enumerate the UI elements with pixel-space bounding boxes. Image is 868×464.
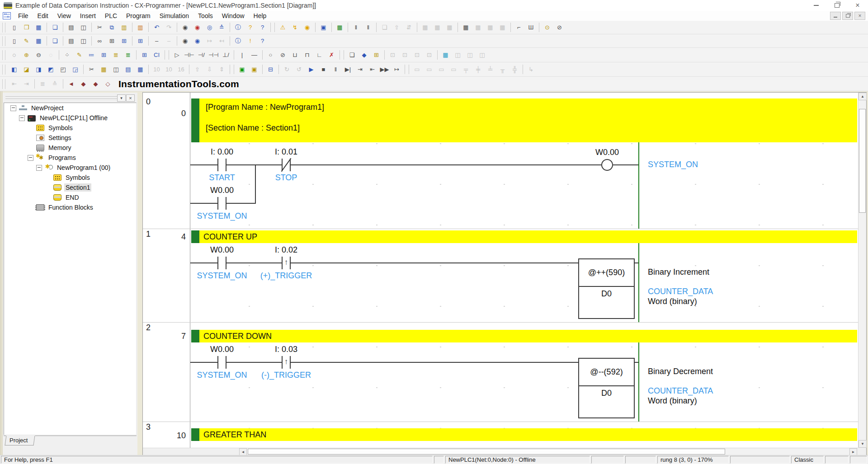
find-next-button[interactable]: ◉	[179, 35, 191, 47]
tree-item-programs[interactable]: Programs	[4, 153, 136, 163]
contact-start[interactable]: I: 0.00 START	[217, 159, 226, 171]
new-closed-contact-button[interactable]: ⊣/	[195, 49, 208, 61]
new-coil-button[interactable]: ○	[264, 49, 277, 61]
new-project-button[interactable]: ▯	[8, 22, 20, 33]
selection-mode-button[interactable]: ▷	[171, 49, 183, 61]
toolbar-grip[interactable]	[2, 79, 5, 89]
sim-pause-button[interactable]: ‖	[330, 64, 342, 75]
cross-reference-report-button[interactable]: ◩	[45, 64, 57, 75]
compile-all-programs-button[interactable]: ↯	[289, 22, 301, 33]
tree-item-program-symbols[interactable]: Symbols	[4, 173, 136, 183]
sim-stop-button[interactable]: ■	[317, 64, 330, 75]
rung0-comment-block[interactable]: [Program Name : NewProgram1] [Section Na…	[191, 98, 857, 142]
scroll-down-button[interactable]: ▼	[859, 440, 867, 448]
contact-plus-trigger[interactable]: ↑ I: 0.02 (+)_TRIGGER	[282, 257, 291, 269]
view-window-button[interactable]: ▯	[8, 35, 20, 47]
preview-section-button[interactable]: ◫	[77, 35, 90, 47]
new-horizontal-line-button[interactable]: —	[248, 49, 260, 61]
workspace-close-button[interactable]: ×	[126, 94, 135, 102]
compile-program-button[interactable]: ⚠	[277, 22, 289, 33]
expander-icon[interactable]	[28, 155, 33, 161]
find-previous-button[interactable]: ◉	[191, 35, 203, 47]
cut-button[interactable]: ✂	[94, 22, 106, 33]
rung2-title-bar[interactable]: COUNTER DOWN	[191, 330, 857, 342]
replace-button[interactable]: ◉	[191, 22, 203, 33]
new-reset-coil-button[interactable]: ⊓	[301, 49, 313, 61]
mdi-restore-button[interactable]	[842, 12, 853, 20]
mnemonic-view-button[interactable]: ▤	[122, 64, 134, 75]
find-button[interactable]: ◉	[179, 22, 191, 33]
open-project-button[interactable]: ❒	[20, 22, 33, 33]
zoom-out-button[interactable]: ⊖	[33, 49, 45, 61]
plc-menu[interactable]: PLC	[100, 11, 122, 21]
simulator-online-button[interactable]: ▣	[248, 64, 260, 75]
mdi-minimize-button[interactable]	[830, 12, 841, 20]
sim-continuous-button[interactable]: ▶▶	[378, 64, 391, 75]
toolbar-grip[interactable]	[2, 65, 5, 75]
project-tab[interactable]: Project	[5, 436, 35, 445]
tree-item-function-blocks[interactable]: Function Blocks	[4, 202, 136, 212]
restore-button[interactable]	[826, 0, 847, 11]
print-preview-button[interactable]: ◫	[77, 22, 90, 33]
horizontal-scroll-track[interactable]	[247, 448, 849, 455]
find-symbol-button[interactable]: ◎	[203, 22, 216, 33]
contact-stop[interactable]: I: 0.01 STOP	[282, 159, 291, 171]
help-menu[interactable]: Help	[249, 11, 271, 21]
sim-step-out-button[interactable]: ⇤	[366, 64, 378, 75]
scroll-left-button[interactable]: ◄	[239, 448, 247, 455]
previous-bookmark-button[interactable]: ◆	[90, 78, 102, 89]
insert-menu[interactable]: Insert	[75, 11, 100, 21]
vertical-scroll-thumb[interactable]	[859, 109, 866, 213]
tree-item-symbols[interactable]: Symbols	[4, 123, 136, 133]
new-vertical-line-button[interactable]: |	[236, 49, 248, 61]
tree-item-end[interactable]: END	[4, 192, 136, 202]
new-closed-or-contact-button[interactable]: ⊥/	[220, 49, 232, 61]
edit-comments-button[interactable]: ✎	[73, 49, 85, 61]
sim-run-button[interactable]: ▶	[305, 64, 317, 75]
tree-item-newproject[interactable]: NewProject	[4, 103, 136, 113]
simulator-transfer-button[interactable]: ⊟	[264, 64, 277, 75]
contact-system-on[interactable]: W0.00 SYSTEM_ON	[217, 257, 226, 269]
expander-icon[interactable]	[10, 105, 16, 111]
toggle-grid-button[interactable]: ⁘	[61, 49, 73, 61]
important-note-button[interactable]: !	[244, 35, 256, 47]
mdi-close-button[interactable]: ×	[854, 12, 865, 20]
horizontal-scroll-thumb[interactable]	[248, 449, 725, 455]
tree-item-memory[interactable]: Memory	[4, 143, 136, 153]
expander-icon[interactable]	[19, 115, 25, 121]
properties-button[interactable]: ⓘ	[232, 35, 244, 47]
sim-step-in-button[interactable]: ⇥	[354, 64, 366, 75]
online-edit-button[interactable]: ▣	[317, 22, 330, 33]
release-password-button[interactable]: ⊘	[553, 22, 566, 33]
new-instruction-button[interactable]: ∟	[313, 49, 326, 61]
copy-section-button[interactable]: ⊞	[106, 35, 118, 47]
paste-attributes-button[interactable]: ▥	[134, 22, 146, 33]
horizontal-scrollbar[interactable]: ◄ ►	[143, 448, 866, 455]
delete-item-button[interactable]: –	[151, 35, 163, 47]
edit-menu[interactable]: Edit	[33, 11, 53, 21]
new-set-coil-button[interactable]: ⊔	[289, 49, 301, 61]
split-section-button[interactable]: ✂	[85, 64, 98, 75]
tree-item-newplc1[interactable]: NewPLC1[CP1L] Offline	[4, 113, 136, 123]
show-monitor-data-button[interactable]: ⊞	[98, 49, 110, 61]
workspace-menu-button[interactable]: ▾	[117, 94, 126, 102]
save-project-button[interactable]: ▦	[33, 22, 45, 33]
sim-step-run-button[interactable]: ▶|	[342, 64, 354, 75]
simulation-menu[interactable]: Simulation	[155, 11, 193, 21]
show-usage-button[interactable]: ⊞	[138, 49, 151, 61]
vertical-scrollbar[interactable]: ▲ ▼	[858, 93, 866, 448]
set-password-button[interactable]: ⊙	[541, 22, 553, 33]
rung1-title-bar[interactable]: COUNTER UP	[191, 230, 857, 243]
pause-with-trigger-button[interactable]: ‖	[362, 22, 374, 33]
print-document-button[interactable]: ❏	[49, 22, 61, 33]
file-menu[interactable]: File	[14, 11, 33, 21]
new-contact-button[interactable]: ⊣⊢	[183, 49, 195, 61]
instruction-box-increment[interactable]: @++(590) D0	[578, 258, 635, 319]
save-section-button[interactable]: ▦	[33, 35, 45, 47]
contact-system-on[interactable]: W0.00 SYSTEM_ON	[217, 356, 226, 369]
print-section-button[interactable]: ▤	[65, 35, 77, 47]
undo-button[interactable]: ↶	[151, 22, 163, 33]
set-bookmark-button[interactable]: ◄	[65, 78, 77, 89]
edit-program-button[interactable]: ✎	[20, 35, 33, 47]
instruction-box-decrement[interactable]: @--(592) D0	[578, 358, 635, 418]
